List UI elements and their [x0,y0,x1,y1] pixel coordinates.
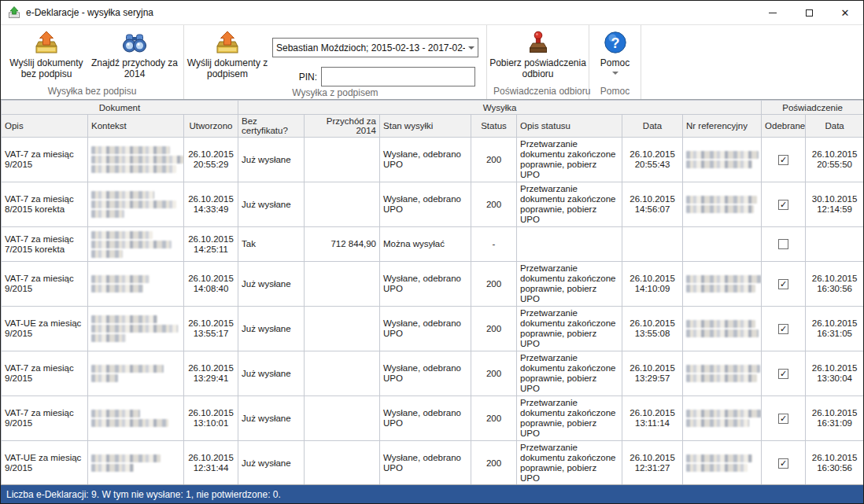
cell-utworzono[interactable]: 26.10.2015 13:10:01 [184,396,238,441]
send-without-signature-button[interactable]: Wyślij dokumenty bez podpisu [2,27,90,79]
table-row[interactable]: VAT-UE za miesiąc 9/201526.10.2015 13:55… [2,307,864,351]
cell-opis-statusu[interactable]: Przetwarzanie dokumentu zakończone popra… [517,138,622,182]
cell-status[interactable]: 200 [471,441,517,485]
cell-opis-statusu[interactable]: Przetwarzanie dokumentu zakończone popra… [517,396,622,441]
cell-opis-statusu[interactable] [517,227,622,262]
odebrane-checkbox[interactable]: ✓ [778,324,788,334]
cell-opis-statusu[interactable]: Przetwarzanie dokumentu zakończone popra… [517,441,622,485]
cell-nr-referencyjny[interactable] [683,307,762,351]
cell-status[interactable]: - [471,227,517,262]
cell-bez-certyfikatu[interactable]: Już wysłane [238,307,305,351]
cell-kontekst[interactable] [88,351,184,396]
table-row[interactable]: VAT-7 za miesiąc 7/2015 korekta26.10.201… [2,227,864,262]
cell-stan-wysylki[interactable]: Wysłane, odebrano UPO [380,262,471,307]
cell-opis[interactable]: VAT-7 za miesiąc 9/2015 [2,138,88,182]
cell-data-wysylki[interactable] [622,227,683,262]
col-opis-statusu[interactable]: Opis statusu [517,115,622,138]
cell-data-odbioru[interactable]: 26.10.2015 16:31:09 [806,396,863,441]
cell-opis[interactable]: VAT-7 za miesiąc 9/2015 [2,351,88,396]
table-row[interactable]: VAT-7 za miesiąc 8/2015 korekta26.10.201… [2,182,864,227]
cell-status[interactable]: 200 [471,182,517,227]
cell-opis-statusu[interactable]: Przetwarzanie dokumentu zakończone popra… [517,262,622,307]
cell-kontekst[interactable] [88,227,184,262]
col-status[interactable]: Status [471,115,517,138]
cell-przychod-2014[interactable] [305,262,380,307]
cell-data-odbioru[interactable]: 26.10.2015 16:30:56 [806,441,863,485]
cell-kontekst[interactable] [88,441,184,485]
table-row[interactable]: VAT-7 za miesiąc 9/201526.10.2015 13:29:… [2,351,864,396]
odebrane-checkbox[interactable]: ✓ [778,200,788,210]
cell-stan-wysylki[interactable]: Wysłane, odebrano UPO [380,396,471,441]
cell-bez-certyfikatu[interactable]: Już wysłane [238,351,305,396]
col-data-odbioru[interactable]: Data [806,115,863,138]
cell-bez-certyfikatu[interactable]: Już wysłane [238,262,305,307]
cell-kontekst[interactable] [88,262,184,307]
cell-data-odbioru[interactable]: 26.10.2015 20:55:50 [806,138,863,182]
cell-odebrane[interactable]: ✓ [762,307,806,351]
cell-utworzono[interactable]: 26.10.2015 14:08:40 [184,262,238,307]
cell-nr-referencyjny[interactable] [683,351,762,396]
cell-odebrane[interactable]: ✓ [762,262,806,307]
cell-odebrane[interactable]: ✓ [762,351,806,396]
cell-nr-referencyjny[interactable] [683,441,762,485]
table-row[interactable]: VAT-UE za miesiąc 9/201526.10.2015 12:31… [2,441,864,485]
cell-utworzono[interactable]: 26.10.2015 20:55:29 [184,138,238,182]
cell-data-odbioru[interactable]: 30.10.2015 12:14:59 [806,182,863,227]
odebrane-checkbox[interactable] [778,239,788,249]
cell-status[interactable]: 200 [471,351,517,396]
odebrane-checkbox[interactable]: ✓ [778,155,788,165]
cell-bez-certyfikatu[interactable]: Już wysłane [238,138,305,182]
cell-bez-certyfikatu[interactable]: Już wysłane [238,441,305,485]
cell-kontekst[interactable] [88,396,184,441]
cell-data-wysylki[interactable]: 26.10.2015 20:55:43 [622,138,683,182]
maximize-button[interactable] [791,1,827,24]
cell-utworzono[interactable]: 26.10.2015 14:25:11 [184,227,238,262]
cell-kontekst[interactable] [88,138,184,182]
cell-opis[interactable]: VAT-UE za miesiąc 9/2015 [2,307,88,351]
cell-data-odbioru[interactable] [806,227,863,262]
cell-status[interactable]: 200 [471,396,517,441]
col-kontekst[interactable]: Kontekst [88,115,184,138]
cell-odebrane[interactable]: ✓ [762,396,806,441]
cell-status[interactable]: 200 [471,307,517,351]
cell-przychod-2014[interactable]: 712 844,90 [305,227,380,262]
odebrane-checkbox[interactable]: ✓ [778,414,788,424]
cell-opis[interactable]: VAT-7 za miesiąc 7/2015 korekta [2,227,88,262]
cell-opis-statusu[interactable]: Przetwarzanie dokumentu zakończone popra… [517,351,622,396]
cell-nr-referencyjny[interactable] [683,396,762,441]
cell-przychod-2014[interactable] [305,138,380,182]
cell-nr-referencyjny[interactable] [683,262,762,307]
cell-kontekst[interactable] [88,307,184,351]
cell-data-odbioru[interactable]: 26.10.2015 13:30:04 [806,351,863,396]
cell-status[interactable]: 200 [471,138,517,182]
col-bez-certyfikatu[interactable]: Bez certyfikatu? [238,115,305,138]
col-opis[interactable]: Opis [2,115,88,138]
minimize-button[interactable] [755,1,791,24]
cell-odebrane[interactable]: ✓ [762,441,806,485]
cell-przychod-2014[interactable] [305,441,380,485]
download-receipts-button[interactable]: Pobierz poświadczenia odbioru [489,27,587,79]
col-stan-wysylki[interactable]: Stan wysyłki [380,115,471,138]
cell-przychod-2014[interactable] [305,351,380,396]
table-row[interactable]: VAT-7 za miesiąc 9/201526.10.2015 20:55:… [2,138,864,182]
cell-odebrane[interactable]: ✓ [762,138,806,182]
cell-opis-statusu[interactable]: Przetwarzanie dokumentu zakończone popra… [517,307,622,351]
cell-data-wysylki[interactable]: 26.10.2015 12:31:27 [622,441,683,485]
pin-input[interactable] [321,67,475,86]
cell-stan-wysylki[interactable]: Wysłane, odebrano UPO [380,441,471,485]
table-row[interactable]: VAT-7 za miesiąc 9/201526.10.2015 13:10:… [2,396,864,441]
cell-data-wysylki[interactable]: 26.10.2015 13:11:14 [622,396,683,441]
titlebar[interactable]: e-Deklaracje - wysyłka seryjna ✕ [1,1,863,24]
cell-utworzono[interactable]: 26.10.2015 14:33:49 [184,182,238,227]
col-nr-referencyjny[interactable]: Nr referencyjny [683,115,762,138]
col-przychod-2014[interactable]: Przychód za 2014 [305,115,380,138]
col-utworzono[interactable]: Utworzono [184,115,238,138]
cell-nr-referencyjny[interactable] [683,227,762,262]
cell-stan-wysylki[interactable]: Wysłane, odebrano UPO [380,351,471,396]
cell-przychod-2014[interactable] [305,182,380,227]
cell-bez-certyfikatu[interactable]: Już wysłane [238,396,305,441]
certificate-combobox[interactable]: Sebastian Moździoch; 2015-02-13 - 2017-0… [272,38,478,57]
cell-data-odbioru[interactable]: 26.10.2015 16:30:56 [806,262,863,307]
cell-data-wysylki[interactable]: 26.10.2015 13:55:08 [622,307,683,351]
cell-nr-referencyjny[interactable] [683,182,762,227]
